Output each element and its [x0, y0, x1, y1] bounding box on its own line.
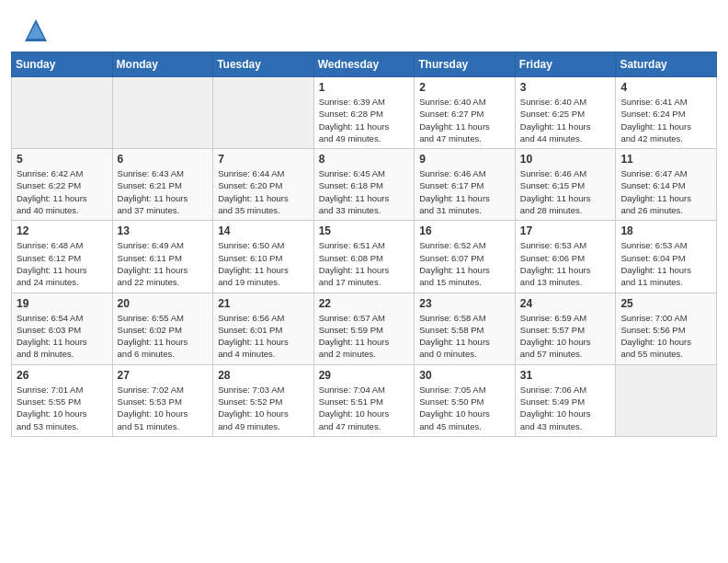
day-info: Sunrise: 6:40 AMSunset: 6:27 PMDaylight:…: [419, 96, 510, 144]
calendar-cell: 14Sunrise: 6:50 AMSunset: 6:10 PMDayligh…: [213, 221, 314, 293]
calendar-cell: 7Sunrise: 6:44 AMSunset: 6:20 PMDaylight…: [213, 149, 314, 221]
day-info: Sunrise: 6:59 AMSunset: 5:57 PMDaylight:…: [520, 312, 611, 361]
day-info: Sunrise: 6:55 AMSunset: 6:02 PMDaylight:…: [118, 312, 209, 361]
calendar-week-row: 12Sunrise: 6:48 AMSunset: 6:12 PMDayligh…: [12, 221, 717, 293]
day-number: 28: [218, 369, 309, 382]
day-info: Sunrise: 6:46 AMSunset: 6:15 PMDaylight:…: [520, 167, 611, 216]
day-number: 7: [218, 153, 309, 166]
logo: [22, 17, 51, 44]
day-info: Sunrise: 6:51 AMSunset: 6:08 PMDaylight:…: [319, 239, 410, 288]
calendar-week-row: 5Sunrise: 6:42 AMSunset: 6:22 PMDaylight…: [12, 149, 717, 221]
day-number: 2: [419, 81, 510, 94]
calendar-cell: 20Sunrise: 6:55 AMSunset: 6:02 PMDayligh…: [112, 293, 213, 364]
day-info: Sunrise: 7:03 AMSunset: 5:52 PMDaylight:…: [218, 384, 309, 432]
calendar-cell: 10Sunrise: 6:46 AMSunset: 6:15 PMDayligh…: [515, 149, 616, 221]
day-info: Sunrise: 7:06 AMSunset: 5:49 PMDaylight:…: [520, 384, 611, 432]
calendar-cell: [12, 77, 113, 149]
day-info: Sunrise: 7:02 AMSunset: 5:53 PMDaylight:…: [118, 384, 209, 432]
calendar-cell: 21Sunrise: 6:56 AMSunset: 6:01 PMDayligh…: [213, 293, 314, 364]
calendar-cell: 18Sunrise: 6:53 AMSunset: 6:04 PMDayligh…: [616, 221, 717, 293]
day-number: 3: [520, 81, 611, 94]
weekday-row: SundayMondayTuesdayWednesdayThursdayFrid…: [12, 52, 717, 77]
calendar-cell: 26Sunrise: 7:01 AMSunset: 5:55 PMDayligh…: [12, 364, 113, 436]
calendar-cell: 22Sunrise: 6:57 AMSunset: 5:59 PMDayligh…: [313, 293, 415, 364]
weekday-header: Friday: [515, 52, 616, 77]
calendar-cell: 15Sunrise: 6:51 AMSunset: 6:08 PMDayligh…: [313, 221, 415, 293]
day-info: Sunrise: 7:04 AMSunset: 5:51 PMDaylight:…: [319, 384, 410, 432]
calendar-cell: 25Sunrise: 7:00 AMSunset: 5:56 PMDayligh…: [616, 293, 717, 364]
day-info: Sunrise: 6:57 AMSunset: 5:59 PMDaylight:…: [319, 312, 410, 361]
day-info: Sunrise: 6:53 AMSunset: 6:04 PMDaylight:…: [620, 239, 711, 288]
day-number: 4: [620, 81, 711, 94]
day-info: Sunrise: 6:53 AMSunset: 6:06 PMDaylight:…: [520, 239, 611, 288]
day-number: 22: [319, 297, 410, 310]
calendar-container: SundayMondayTuesdayWednesdayThursdayFrid…: [0, 52, 728, 448]
day-info: Sunrise: 6:44 AMSunset: 6:20 PMDaylight:…: [218, 167, 309, 216]
day-info: Sunrise: 6:48 AMSunset: 6:12 PMDaylight:…: [17, 239, 108, 288]
day-number: 26: [17, 369, 108, 382]
calendar-cell: [112, 77, 213, 149]
day-number: 5: [17, 153, 108, 166]
day-info: Sunrise: 6:54 AMSunset: 6:03 PMDaylight:…: [17, 312, 108, 361]
calendar-week-row: 26Sunrise: 7:01 AMSunset: 5:55 PMDayligh…: [12, 364, 717, 436]
day-info: Sunrise: 6:49 AMSunset: 6:11 PMDaylight:…: [118, 239, 209, 288]
day-number: 12: [17, 224, 108, 237]
calendar-cell: 24Sunrise: 6:59 AMSunset: 5:57 PMDayligh…: [515, 293, 616, 364]
day-info: Sunrise: 6:45 AMSunset: 6:18 PMDaylight:…: [319, 167, 410, 216]
day-number: 20: [118, 297, 209, 310]
day-info: Sunrise: 7:01 AMSunset: 5:55 PMDaylight:…: [17, 384, 108, 432]
weekday-header: Monday: [112, 52, 213, 77]
day-info: Sunrise: 6:40 AMSunset: 6:25 PMDaylight:…: [520, 96, 611, 144]
weekday-header: Tuesday: [213, 52, 314, 77]
calendar-cell: 27Sunrise: 7:02 AMSunset: 5:53 PMDayligh…: [112, 364, 213, 436]
day-number: 13: [118, 224, 209, 237]
calendar-cell: 13Sunrise: 6:49 AMSunset: 6:11 PMDayligh…: [112, 221, 213, 293]
calendar-cell: [213, 77, 314, 149]
day-info: Sunrise: 6:41 AMSunset: 6:24 PMDaylight:…: [620, 96, 711, 144]
calendar-cell: 11Sunrise: 6:47 AMSunset: 6:14 PMDayligh…: [616, 149, 717, 221]
day-info: Sunrise: 6:43 AMSunset: 6:21 PMDaylight:…: [118, 167, 209, 216]
calendar-cell: 2Sunrise: 6:40 AMSunset: 6:27 PMDaylight…: [415, 77, 516, 149]
calendar-header: SundayMondayTuesdayWednesdayThursdayFrid…: [12, 52, 717, 77]
day-number: 29: [319, 369, 410, 382]
day-number: 25: [620, 297, 711, 310]
day-info: Sunrise: 6:50 AMSunset: 6:10 PMDaylight:…: [218, 239, 309, 288]
calendar-cell: 30Sunrise: 7:05 AMSunset: 5:50 PMDayligh…: [415, 364, 516, 436]
day-number: 27: [118, 369, 209, 382]
day-number: 31: [520, 369, 611, 382]
day-number: 15: [319, 224, 410, 237]
calendar-table: SundayMondayTuesdayWednesdayThursdayFrid…: [11, 52, 717, 437]
day-info: Sunrise: 6:47 AMSunset: 6:14 PMDaylight:…: [620, 167, 711, 216]
day-number: 11: [620, 153, 711, 166]
day-info: Sunrise: 7:05 AMSunset: 5:50 PMDaylight:…: [419, 384, 510, 432]
day-info: Sunrise: 7:00 AMSunset: 5:56 PMDaylight:…: [620, 312, 711, 361]
day-info: Sunrise: 6:42 AMSunset: 6:22 PMDaylight:…: [17, 167, 108, 216]
calendar-body: 1Sunrise: 6:39 AMSunset: 6:28 PMDaylight…: [12, 77, 717, 437]
day-number: 30: [419, 369, 510, 382]
calendar-cell: 29Sunrise: 7:04 AMSunset: 5:51 PMDayligh…: [313, 364, 415, 436]
logo-icon: [22, 17, 50, 44]
day-number: 9: [419, 153, 510, 166]
calendar-cell: 28Sunrise: 7:03 AMSunset: 5:52 PMDayligh…: [213, 364, 314, 436]
calendar-week-row: 19Sunrise: 6:54 AMSunset: 6:03 PMDayligh…: [12, 293, 717, 364]
calendar-cell: 17Sunrise: 6:53 AMSunset: 6:06 PMDayligh…: [515, 221, 616, 293]
day-info: Sunrise: 6:58 AMSunset: 5:58 PMDaylight:…: [419, 312, 510, 361]
day-number: 24: [520, 297, 611, 310]
day-number: 18: [620, 224, 711, 237]
weekday-header: Thursday: [415, 52, 516, 77]
calendar-cell: 8Sunrise: 6:45 AMSunset: 6:18 PMDaylight…: [313, 149, 415, 221]
day-number: 1: [319, 81, 410, 94]
day-info: Sunrise: 6:56 AMSunset: 6:01 PMDaylight:…: [218, 312, 309, 361]
calendar-cell: 1Sunrise: 6:39 AMSunset: 6:28 PMDaylight…: [313, 77, 415, 149]
calendar-cell: 31Sunrise: 7:06 AMSunset: 5:49 PMDayligh…: [515, 364, 616, 436]
day-number: 8: [319, 153, 410, 166]
day-info: Sunrise: 6:46 AMSunset: 6:17 PMDaylight:…: [419, 167, 510, 216]
day-info: Sunrise: 6:39 AMSunset: 6:28 PMDaylight:…: [319, 96, 410, 144]
day-number: 14: [218, 224, 309, 237]
calendar-cell: 16Sunrise: 6:52 AMSunset: 6:07 PMDayligh…: [415, 221, 516, 293]
weekday-header: Wednesday: [313, 52, 415, 77]
calendar-cell: 12Sunrise: 6:48 AMSunset: 6:12 PMDayligh…: [12, 221, 113, 293]
weekday-header: Sunday: [12, 52, 113, 77]
calendar-cell: 4Sunrise: 6:41 AMSunset: 6:24 PMDaylight…: [616, 77, 717, 149]
day-number: 19: [17, 297, 108, 310]
